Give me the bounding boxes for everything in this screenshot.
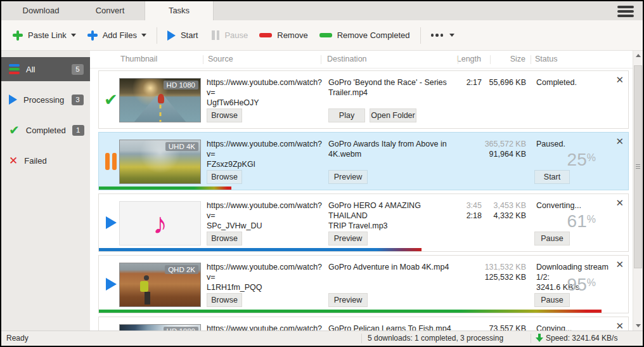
scroll-down-icon[interactable] bbox=[633, 321, 643, 331]
count-badge: 5 bbox=[72, 64, 84, 75]
remove-completed-label: Remove Completed bbox=[337, 30, 410, 40]
scrollbar-grip-icon bbox=[636, 164, 640, 170]
tab-convert[interactable]: Convert bbox=[75, 1, 145, 20]
status-bar: Ready 5 downloads: 1 completed, 3 proces… bbox=[1, 331, 643, 346]
x-icon: ✕ bbox=[9, 155, 18, 166]
vertical-scrollbar[interactable] bbox=[633, 51, 643, 331]
hamburger-menu-icon[interactable] bbox=[617, 6, 634, 19]
task-row-4[interactable]: QHD 2K https://www.youtube.com/watch?v= … bbox=[98, 255, 629, 313]
sidebar-item-all[interactable]: All 5 bbox=[1, 57, 90, 81]
paste-link-label: Paste Link bbox=[28, 30, 67, 40]
pause-button[interactable]: Pause bbox=[212, 30, 248, 40]
video-thumbnail: HD 1080 bbox=[119, 324, 201, 331]
task-row-1[interactable]: ✔ HD 1080 https://www.youtube.com/watch?… bbox=[98, 70, 629, 129]
scrollbar-thumb[interactable] bbox=[634, 65, 642, 268]
col-destination: Destination bbox=[327, 55, 367, 63]
add-files-button[interactable]: Add Files bbox=[87, 30, 137, 41]
scroll-up-icon[interactable] bbox=[633, 51, 643, 60]
preview-button[interactable]: Preview bbox=[328, 170, 368, 184]
plus-icon bbox=[13, 30, 23, 41]
start-button[interactable]: Start bbox=[534, 170, 570, 184]
list-header: Thumbnail Source Destination Length Size… bbox=[90, 51, 633, 69]
paste-link-dropdown-icon[interactable] bbox=[71, 34, 76, 37]
browse-button[interactable]: Browse bbox=[207, 293, 242, 307]
paste-link-button[interactable]: Paste Link bbox=[13, 30, 67, 41]
status-speed: Speed: 3241.64 KB/s bbox=[546, 334, 617, 343]
quality-badge: QHD 2K bbox=[165, 265, 198, 274]
browse-button[interactable]: Browse bbox=[207, 170, 242, 184]
browse-button[interactable]: Browse bbox=[207, 108, 242, 122]
task-row-5[interactable]: HD 1080 https://www.youtube.com/watch?v=… bbox=[98, 317, 629, 331]
processing-play-icon bbox=[103, 317, 119, 331]
task-row-2[interactable]: UHD 4K https://www.youtube.com/watch?v= … bbox=[98, 132, 629, 190]
play-button[interactable]: Play bbox=[328, 108, 365, 122]
sidebar: All 5 Processing 3 ✔ Completed 1 ✕ Faile… bbox=[1, 51, 90, 331]
sidebar-item-failed[interactable]: ✕ Failed bbox=[1, 148, 90, 173]
close-icon[interactable]: ✕ bbox=[615, 136, 624, 147]
status-text: Converting... bbox=[536, 200, 620, 211]
close-icon[interactable]: ✕ bbox=[615, 74, 624, 86]
remove-completed-dash-icon bbox=[319, 33, 332, 37]
preview-button[interactable]: Preview bbox=[328, 232, 368, 246]
start-label: Start bbox=[181, 30, 198, 40]
col-thumbnail: Thumbnail bbox=[120, 55, 157, 63]
more-options-button[interactable] bbox=[431, 34, 455, 37]
tab-tasks[interactable]: Tasks bbox=[145, 1, 214, 20]
pause-button[interactable]: Pause bbox=[534, 293, 570, 307]
video-thumbnail: QHD 2K bbox=[119, 263, 201, 307]
browse-button[interactable]: Browse bbox=[207, 232, 242, 246]
size-total: 3,453 KB bbox=[494, 201, 526, 210]
sidebar-item-processing[interactable]: Processing 3 bbox=[1, 88, 90, 112]
pause-icon bbox=[212, 30, 219, 40]
start-button[interactable]: Start bbox=[167, 30, 198, 41]
col-length: Length bbox=[437, 55, 481, 63]
status-text: Copying... bbox=[536, 324, 620, 331]
close-icon[interactable]: ✕ bbox=[615, 197, 624, 209]
toolbar-separator bbox=[420, 27, 421, 44]
destination-file: GoPro Adventure in Moab 4K.mp4 bbox=[328, 262, 458, 272]
sidebar-item-label: Failed bbox=[24, 156, 46, 166]
quality-badge: HD 1080 bbox=[164, 81, 198, 89]
processing-play-icon bbox=[103, 194, 119, 251]
progress-bar bbox=[99, 248, 422, 251]
progress-percent: 25% bbox=[501, 150, 596, 170]
more-dropdown-icon bbox=[449, 34, 454, 37]
tab-bar: Download Convert Tasks bbox=[1, 1, 643, 20]
task-list: Thumbnail Source Destination Length Size… bbox=[90, 51, 633, 331]
play-icon bbox=[167, 30, 176, 41]
video-thumbnail: HD 1080 bbox=[119, 78, 201, 122]
video-thumbnail: UHD 4K bbox=[119, 140, 201, 184]
sidebar-item-completed[interactable]: ✔ Completed 1 bbox=[1, 118, 90, 142]
pause-button[interactable]: Pause bbox=[534, 232, 570, 246]
count-badge: 3 bbox=[72, 95, 84, 105]
size-total: 131,532 KB bbox=[485, 263, 526, 272]
close-icon[interactable]: ✕ bbox=[615, 259, 624, 270]
col-size: Size bbox=[481, 55, 525, 63]
check-icon: ✔ bbox=[9, 124, 20, 136]
add-files-dropdown-icon[interactable] bbox=[141, 34, 146, 37]
remove-button[interactable]: Remove bbox=[259, 30, 307, 40]
destination-file: GoPro Pelican Learns To Fish.mp4 bbox=[328, 324, 458, 331]
close-icon[interactable]: ✕ bbox=[615, 320, 624, 331]
open-folder-button[interactable]: Open Folder bbox=[370, 108, 416, 122]
col-status: Status bbox=[535, 55, 557, 63]
play-icon bbox=[9, 95, 17, 105]
source-url: https://www.youtube.com/watch?v= UgfTw6H… bbox=[207, 77, 326, 108]
processing-play-icon bbox=[103, 256, 119, 313]
tab-download[interactable]: Download bbox=[6, 1, 75, 20]
progress-percent: 61% bbox=[501, 211, 596, 232]
status-ready: Ready bbox=[6, 334, 29, 343]
progress-bar bbox=[99, 187, 231, 190]
add-files-label: Add Files bbox=[103, 30, 137, 40]
remove-dash-icon bbox=[259, 33, 272, 37]
cards-container: ✔ HD 1080 https://www.youtube.com/watch?… bbox=[98, 70, 629, 331]
task-row-3[interactable]: ♪ https://www.youtube.com/watch?v= SPc_J… bbox=[98, 193, 629, 252]
all-filter-icon bbox=[9, 64, 20, 74]
status-text: Completed. bbox=[536, 77, 620, 88]
remove-completed-button[interactable]: Remove Completed bbox=[319, 30, 410, 40]
preview-button[interactable]: Preview bbox=[328, 293, 368, 307]
music-note-icon: ♪ bbox=[153, 209, 167, 238]
count-badge: 1 bbox=[72, 125, 84, 136]
sidebar-item-label: Processing bbox=[23, 95, 64, 105]
size-value: 55,696 KB bbox=[482, 77, 526, 88]
